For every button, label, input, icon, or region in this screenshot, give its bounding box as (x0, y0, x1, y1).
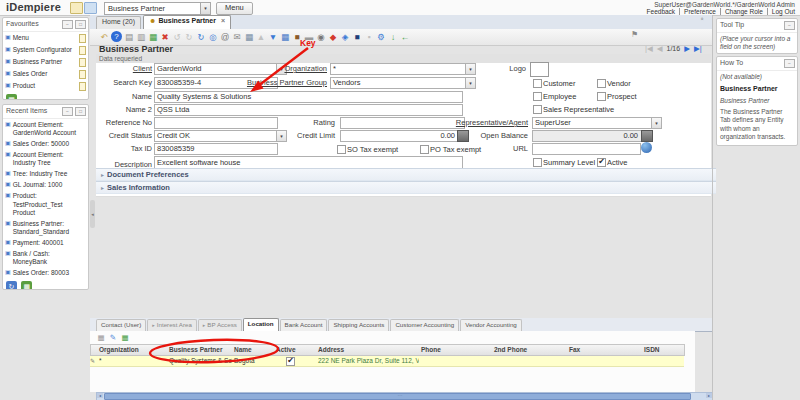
report-icon[interactable]: ◉ (315, 31, 327, 43)
sales-representative-checkbox[interactable] (533, 105, 542, 114)
client-label[interactable]: Client (100, 64, 152, 73)
new-icon[interactable]: ▦ (96, 333, 106, 343)
tax-id-field[interactable]: 830085359 (154, 143, 278, 155)
favourite-item-system-configurator[interactable]: ▣ System Configurator (3, 44, 88, 56)
logout-link[interactable]: Log Out (767, 8, 795, 15)
find-icon[interactable]: ◎ (207, 31, 219, 43)
close-icon[interactable]: × (221, 17, 225, 24)
recent-item[interactable]: ▣Business Partner: Standard_Standard (3, 218, 88, 237)
detail-tab-interest-area[interactable]: ▸Interest Area (147, 319, 197, 331)
cell-organization[interactable]: * (97, 356, 171, 367)
zoom-across-icon[interactable]: ◆ (327, 31, 339, 43)
next-record-icon[interactable]: ▶ (684, 44, 690, 53)
horizontal-scrollbar[interactable]: ◂ ⋯ ▸ (96, 392, 713, 400)
new-record-icon[interactable]: ▤ (123, 31, 135, 43)
so-tax-exempt-checkbox[interactable] (337, 145, 346, 154)
detail-record-icon[interactable]: ▼ (267, 31, 279, 43)
scrollbar-thumb[interactable]: ⋯ (104, 393, 691, 400)
detail-tab-bp-access[interactable]: ▸BP Access (198, 319, 242, 331)
cell-address[interactable]: 222 NE Park Plaza Dr, Suite 112, Vancouv… (316, 356, 423, 367)
cell-isdn[interactable] (642, 356, 684, 367)
edit-icon[interactable]: ✎ (108, 333, 118, 343)
recent-item[interactable]: ▣Sales Order: 80003 (3, 268, 88, 279)
new-record-doc-icon[interactable] (79, 34, 86, 43)
column-header-name[interactable]: Name (232, 344, 279, 356)
recent-item[interactable]: ▣Sales Order: 50000 (3, 138, 88, 149)
favourite-item-product[interactable]: ▣ Product (3, 80, 88, 92)
new-record-doc-icon[interactable] (79, 46, 86, 55)
window-size-icon[interactable]: ▪ (363, 31, 375, 43)
help-icon[interactable]: ? (111, 31, 122, 42)
customer-checkbox[interactable] (533, 79, 542, 88)
grid-widget-icon[interactable]: ▦ (6, 94, 17, 100)
recent-item[interactable]: ▣Account Element: GardenWorld Account (3, 119, 88, 138)
bp-group-label[interactable]: Business Partner Group (230, 78, 327, 87)
collapse-west-handle[interactable]: ◂ (90, 200, 95, 228)
tab-home[interactable]: Home (20) (96, 16, 141, 29)
column-header-active[interactable]: Active (274, 344, 321, 356)
recent-item[interactable]: ▣Payment: 400001 (3, 238, 88, 249)
last-record-icon[interactable]: ▶| (694, 44, 702, 53)
cell-name[interactable]: Bogota (232, 356, 278, 367)
recent-item[interactable]: ▣Product: TestProduct_Test Product (3, 191, 88, 218)
calculator-icon[interactable] (641, 130, 653, 142)
row-indicator-cell[interactable]: ✎ (90, 356, 97, 367)
detail-tab-vendor-accounting[interactable]: Vendor Accounting (460, 319, 522, 331)
delete-icon[interactable]: ✖ (159, 31, 171, 43)
vendor-checkbox[interactable] (597, 79, 606, 88)
cell-active[interactable] (274, 356, 320, 367)
chevron-down-icon[interactable]: ▾ (200, 3, 210, 14)
print-icon[interactable]: ▬ (303, 31, 315, 43)
chevron-down-icon[interactable]: ▾ (276, 131, 286, 141)
attachment-icon[interactable]: @ (219, 31, 231, 43)
name-field[interactable]: Quality Systems & Solutions (154, 91, 463, 103)
first-record-icon[interactable]: |◀ (645, 44, 653, 53)
new-record-doc-icon[interactable] (79, 70, 86, 79)
url-field[interactable] (532, 143, 641, 155)
detach-icon[interactable]: □ (75, 20, 86, 29)
logo-box[interactable] (530, 62, 549, 77)
detach-icon[interactable]: □ (75, 107, 86, 116)
minimize-icon[interactable]: − (784, 21, 795, 30)
column-header-organization[interactable]: Organization (97, 344, 172, 356)
column-header-phone[interactable]: Phone (419, 344, 497, 356)
minimize-icon[interactable]: − (62, 20, 73, 29)
favourite-item-business-partner[interactable]: ▣ Business Partner (3, 56, 88, 68)
organization-label[interactable]: Organization (240, 64, 327, 73)
minimize-icon[interactable]: − (62, 107, 73, 116)
recent-item[interactable]: ▣GL Journal: 1000 (3, 180, 88, 191)
cell-2nd-phone[interactable] (492, 356, 571, 367)
previous-record-icon[interactable]: ◀ (657, 44, 663, 53)
active-checkbox[interactable]: ✔ (597, 158, 606, 167)
feedback-link[interactable]: Feedback (647, 8, 676, 15)
bp-group-field[interactable]: Vendors▾ (330, 77, 476, 89)
favourite-item-menu[interactable]: ▣ Menu (3, 32, 88, 44)
check-requests-icon[interactable]: ■ (351, 31, 363, 43)
organization-field[interactable]: *▾ (330, 63, 476, 75)
representative-field[interactable]: SuperUser▾ (532, 117, 662, 129)
reference-no-field[interactable] (154, 117, 278, 129)
pin-icon[interactable]: ⚑ (631, 30, 638, 39)
chevron-down-icon[interactable]: ▾ (651, 118, 661, 128)
new-record-doc-icon[interactable] (79, 82, 86, 91)
column-header-business-partner[interactable]: Business Partner (167, 344, 237, 356)
prospect-checkbox[interactable] (597, 92, 606, 101)
credit-limit-field[interactable]: 0.00 (340, 130, 468, 142)
section-document-preferences[interactable]: ▸Document Preferences (96, 168, 716, 181)
cell-fax[interactable] (567, 356, 646, 367)
credit-status-field[interactable]: Credit OK▾ (154, 130, 287, 142)
grid-widget-icon[interactable]: ▦ (21, 281, 32, 290)
cell-business-partner[interactable]: Quality Systems & Solutions (167, 356, 236, 367)
minimize-icon[interactable]: − (784, 59, 795, 68)
row-active-checkbox[interactable]: ✔ (286, 357, 295, 366)
redo-icon[interactable]: ↻ (183, 31, 195, 43)
detail-tab-location[interactable]: Location (243, 318, 279, 331)
new-record-doc-icon[interactable] (79, 58, 86, 67)
parent-record-icon[interactable]: ▲ (255, 31, 267, 43)
archive-icon[interactable]: ■ (291, 31, 303, 43)
active-workflows-icon[interactable]: ◈ (339, 31, 351, 43)
globe-icon[interactable] (641, 142, 652, 153)
chevron-down-icon[interactable]: ▾ (465, 78, 475, 88)
undo-icon[interactable]: ↺ (171, 31, 183, 43)
recent-item[interactable]: ▣Bank / Cash: MoneyBank (3, 249, 88, 268)
